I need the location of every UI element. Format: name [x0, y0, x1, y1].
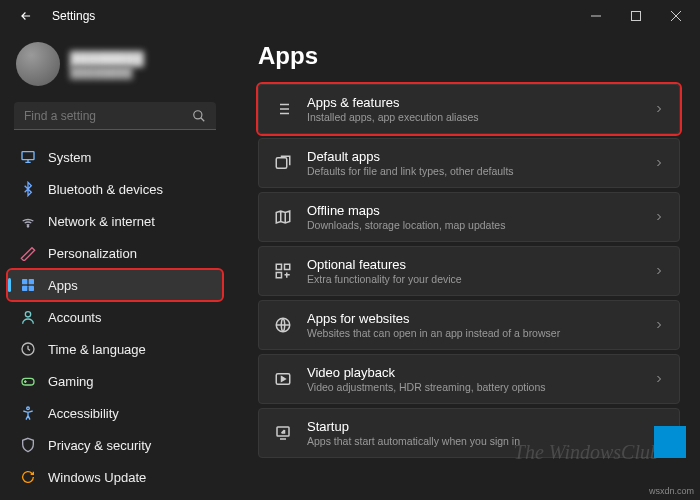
card-desc: Video adjustments, HDR streaming, batter…: [307, 381, 639, 393]
accounts-icon: [20, 309, 36, 325]
card-offline-maps[interactable]: Offline maps Downloads, storage location…: [258, 192, 680, 242]
apps-icon: [20, 277, 36, 293]
default-apps-icon: [273, 153, 293, 173]
chevron-right-icon: [653, 427, 665, 439]
chevron-right-icon: [653, 319, 665, 331]
credit-text: wsxdn.com: [649, 486, 694, 496]
sidebar-item-label: Apps: [48, 278, 78, 293]
svg-rect-10: [22, 378, 34, 385]
video-icon: [273, 369, 293, 389]
svg-point-8: [25, 312, 30, 317]
svg-rect-15: [276, 273, 281, 278]
chevron-right-icon: [653, 157, 665, 169]
accessibility-icon: [20, 405, 36, 421]
card-optional-features[interactable]: Optional features Extra functionality fo…: [258, 246, 680, 296]
card-desc: Defaults for file and link types, other …: [307, 165, 639, 177]
svg-point-1: [194, 110, 202, 118]
card-desc: Installed apps, app execution aliases: [307, 111, 639, 123]
sidebar-item-accessibility[interactable]: Accessibility: [8, 398, 222, 428]
main-content: Apps Apps & features Installed apps, app…: [230, 32, 700, 500]
card-title: Optional features: [307, 257, 639, 272]
close-button[interactable]: [656, 0, 696, 32]
svg-rect-6: [22, 286, 27, 291]
time-icon: [20, 341, 36, 357]
sidebar-item-label: Accounts: [48, 310, 101, 325]
card-apps-for-websites[interactable]: Apps for websites Websites that can open…: [258, 300, 680, 350]
svg-point-11: [27, 407, 30, 410]
card-default-apps[interactable]: Default apps Defaults for file and link …: [258, 138, 680, 188]
svg-rect-13: [276, 264, 281, 269]
shield-icon: [20, 437, 36, 453]
card-title: Apps for websites: [307, 311, 639, 326]
sidebar-item-gaming[interactable]: Gaming: [8, 366, 222, 396]
sidebar-item-network[interactable]: Network & internet: [8, 206, 222, 236]
avatar: [16, 42, 60, 86]
back-button[interactable]: [12, 2, 40, 30]
network-icon: [20, 213, 36, 229]
personalization-icon: [20, 245, 36, 261]
window-titlebar: Settings: [0, 0, 700, 32]
map-icon: [273, 207, 293, 227]
maximize-button[interactable]: [616, 0, 656, 32]
sidebar-item-label: Network & internet: [48, 214, 155, 229]
svg-rect-14: [285, 264, 290, 269]
sidebar-item-system[interactable]: System: [8, 142, 222, 172]
svg-rect-0: [632, 12, 641, 21]
search-box[interactable]: [14, 102, 216, 130]
card-desc: Websites that can open in an app instead…: [307, 327, 639, 339]
profile-block[interactable]: ████████ ████████: [8, 36, 222, 96]
card-apps-features[interactable]: Apps & features Installed apps, app exec…: [258, 84, 680, 134]
minimize-button[interactable]: [576, 0, 616, 32]
sidebar-item-update[interactable]: Windows Update: [8, 462, 222, 492]
system-icon: [20, 149, 36, 165]
sidebar-item-label: System: [48, 150, 91, 165]
sidebar-item-label: Privacy & security: [48, 438, 151, 453]
card-desc: Apps that start automatically when you s…: [307, 435, 639, 447]
sidebar-item-privacy[interactable]: Privacy & security: [8, 430, 222, 460]
card-startup[interactable]: Startup Apps that start automatically wh…: [258, 408, 680, 458]
card-video-playback[interactable]: Video playback Video adjustments, HDR st…: [258, 354, 680, 404]
startup-icon: [273, 423, 293, 443]
profile-name: ████████: [70, 51, 144, 66]
card-title: Video playback: [307, 365, 639, 380]
sidebar-item-label: Time & language: [48, 342, 146, 357]
card-desc: Extra functionality for your device: [307, 273, 639, 285]
sidebar-item-label: Windows Update: [48, 470, 146, 485]
chevron-right-icon: [653, 373, 665, 385]
svg-rect-5: [29, 279, 34, 284]
sidebar-item-label: Personalization: [48, 246, 137, 261]
sidebar: ████████ ████████ System Bluetooth & dev…: [0, 32, 230, 500]
svg-rect-12: [276, 158, 287, 169]
bluetooth-icon: [20, 181, 36, 197]
sidebar-item-personalization[interactable]: Personalization: [8, 238, 222, 268]
card-title: Default apps: [307, 149, 639, 164]
svg-rect-2: [22, 152, 34, 160]
sidebar-item-label: Accessibility: [48, 406, 119, 421]
chevron-right-icon: [653, 265, 665, 277]
chevron-right-icon: [653, 103, 665, 115]
profile-email: ████████: [70, 66, 144, 78]
card-title: Apps & features: [307, 95, 639, 110]
window-title: Settings: [52, 9, 95, 23]
card-title: Offline maps: [307, 203, 639, 218]
sidebar-item-time[interactable]: Time & language: [8, 334, 222, 364]
gaming-icon: [20, 373, 36, 389]
search-input[interactable]: [24, 109, 192, 123]
globe-icon: [273, 315, 293, 335]
svg-rect-4: [22, 279, 27, 284]
svg-point-3: [27, 226, 28, 227]
sidebar-item-accounts[interactable]: Accounts: [8, 302, 222, 332]
page-title: Apps: [258, 42, 680, 70]
search-icon: [192, 109, 206, 123]
sidebar-item-label: Bluetooth & devices: [48, 182, 163, 197]
plus-grid-icon: [273, 261, 293, 281]
list-icon: [273, 99, 293, 119]
card-desc: Downloads, storage location, map updates: [307, 219, 639, 231]
svg-rect-7: [29, 286, 34, 291]
sidebar-item-bluetooth[interactable]: Bluetooth & devices: [8, 174, 222, 204]
sidebar-item-apps[interactable]: Apps: [8, 270, 222, 300]
sidebar-item-label: Gaming: [48, 374, 94, 389]
update-icon: [20, 469, 36, 485]
card-title: Startup: [307, 419, 639, 434]
chevron-right-icon: [653, 211, 665, 223]
